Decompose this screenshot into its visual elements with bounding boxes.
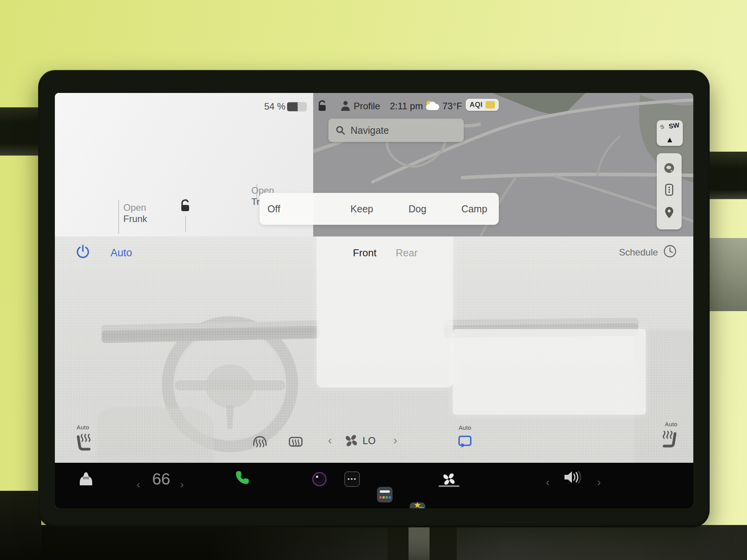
wall-shadow-band-right xyxy=(707,152,747,199)
navigate-search-bar[interactable]: Navigate xyxy=(328,119,464,142)
seat-heater-left-icon[interactable] xyxy=(74,431,93,454)
defrost-front-icon[interactable] xyxy=(251,433,269,452)
media-app-icon[interactable] xyxy=(377,487,393,502)
cabin-temp-value[interactable]: 66 xyxy=(152,470,170,488)
door-unlock-icon[interactable] xyxy=(179,199,192,215)
fan-speed-up-button[interactable]: › xyxy=(393,434,397,446)
compass-button[interactable]: S SW ▲ xyxy=(657,120,683,146)
media-icon-dot-orange xyxy=(382,496,385,499)
screen-stand-highlight xyxy=(409,525,430,560)
toybox-app-icon[interactable]: ★ xyxy=(410,502,425,508)
car-controls-button[interactable] xyxy=(77,471,95,489)
tesla-touchscreen[interactable]: Columbia Pl 54 % Profile 2:11 pm xyxy=(55,93,693,508)
aqi-badge[interactable]: AQI xyxy=(466,99,499,111)
compass-north-arrow-icon: ▲ xyxy=(666,135,674,144)
map-tools-group xyxy=(657,153,682,229)
tab-front[interactable]: Front xyxy=(353,247,377,259)
climate-sheet xyxy=(55,236,693,463)
volume-speaker-icon[interactable] xyxy=(563,470,582,486)
seat-heater-left-auto-label: Auto xyxy=(77,424,89,430)
open-frunk-line2: Frunk xyxy=(123,213,147,224)
overlay-card-right xyxy=(453,329,646,415)
recirc-auto-label: Auto xyxy=(459,424,471,431)
volume-up-button[interactable]: › xyxy=(597,477,601,488)
battery-percent-label: 54 % xyxy=(264,101,286,112)
active-app-indicator xyxy=(438,485,459,487)
mode-camp[interactable]: Camp xyxy=(461,203,487,215)
fan-icon xyxy=(343,432,360,451)
climate-power-button[interactable] xyxy=(75,244,90,261)
unlocked-icon[interactable] xyxy=(316,99,328,115)
climate-mode-panel: Off Keep Dog Camp xyxy=(260,193,499,225)
app-dock: ‹ 66 › ••• xyxy=(55,463,693,508)
defrost-rear-icon[interactable] xyxy=(287,433,305,452)
aqi-value-chip xyxy=(486,101,495,108)
battery-icon xyxy=(287,102,307,111)
frunk-divider xyxy=(118,200,119,234)
fan-speed-value: LO xyxy=(363,435,375,446)
temp-up-button[interactable]: › xyxy=(180,479,184,490)
search-icon xyxy=(335,125,345,135)
overlay-card-center xyxy=(317,236,453,387)
tab-rear[interactable]: Rear xyxy=(396,247,417,259)
mode-keep[interactable]: Keep xyxy=(351,203,373,215)
air-recirculation-icon[interactable] xyxy=(456,432,473,451)
lock-divider xyxy=(185,216,186,232)
clock-label: 2:11 pm xyxy=(390,101,423,112)
media-icon-dot-green xyxy=(386,496,388,499)
superchargers-button[interactable] xyxy=(664,183,675,199)
app-launcher-icon[interactable]: ••• xyxy=(344,471,360,487)
photo-scene: Columbia Pl 54 % Profile 2:11 pm xyxy=(0,0,747,560)
weather-cloud-icon xyxy=(424,100,441,112)
seat-heater-right-icon[interactable] xyxy=(660,428,680,451)
profile-icon[interactable] xyxy=(340,100,351,113)
phone-app-icon[interactable] xyxy=(235,470,250,487)
satellite-view-button[interactable] xyxy=(663,162,675,176)
dashcam-app-icon[interactable] xyxy=(312,471,327,488)
volume-down-button[interactable]: ‹ xyxy=(546,477,549,488)
schedule-label[interactable]: Schedule xyxy=(619,247,658,258)
climate-auto-label[interactable]: Auto xyxy=(110,247,132,259)
navigate-placeholder: Navigate xyxy=(351,125,389,136)
mode-dog[interactable]: Dog xyxy=(409,203,426,215)
schedule-clock-icon[interactable] xyxy=(663,244,677,260)
compass-s-label: S xyxy=(659,123,665,130)
open-frunk-line1: Open xyxy=(123,202,147,213)
media-icon-dot-blue xyxy=(389,496,391,499)
outside-temp-label[interactable]: 73°F xyxy=(442,101,462,112)
desk-surface xyxy=(0,525,747,560)
wall-shelf-band-right xyxy=(707,238,747,311)
location-pin-button[interactable] xyxy=(664,206,675,221)
media-icon-bar xyxy=(380,490,390,493)
desk-shadow-left xyxy=(0,491,41,560)
fan-speed-down-button[interactable]: ‹ xyxy=(328,434,332,446)
toybox-square-shape xyxy=(419,506,424,508)
mode-off[interactable]: Off xyxy=(268,203,281,215)
wall-shadow-band-left xyxy=(0,107,41,156)
compass-sw-label: SW xyxy=(668,121,680,131)
seat-heater-right-auto-label: Auto xyxy=(665,421,677,427)
temp-down-button[interactable]: ‹ xyxy=(137,479,140,490)
aqi-label: AQI xyxy=(470,101,483,109)
media-icon-dot-red xyxy=(379,496,382,499)
open-frunk-button[interactable]: Open Frunk xyxy=(123,202,147,224)
profile-label[interactable]: Profile xyxy=(354,101,380,112)
